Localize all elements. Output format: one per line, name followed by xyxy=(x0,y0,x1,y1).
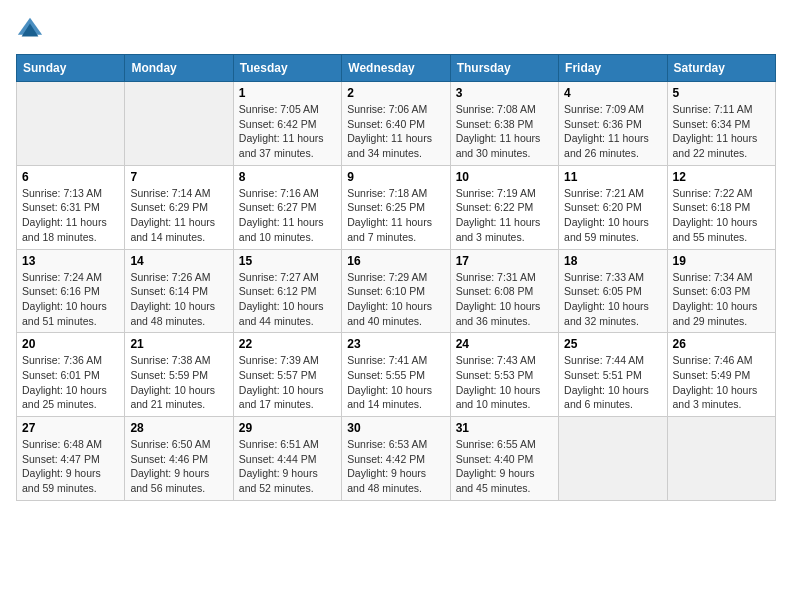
day-number: 15 xyxy=(239,254,336,268)
day-number: 12 xyxy=(673,170,770,184)
day-detail: Sunrise: 7:16 AM Sunset: 6:27 PM Dayligh… xyxy=(239,186,336,245)
day-detail: Sunrise: 7:43 AM Sunset: 5:53 PM Dayligh… xyxy=(456,353,553,412)
calendar-cell: 11Sunrise: 7:21 AM Sunset: 6:20 PM Dayli… xyxy=(559,165,667,249)
day-detail: Sunrise: 7:26 AM Sunset: 6:14 PM Dayligh… xyxy=(130,270,227,329)
calendar-cell: 10Sunrise: 7:19 AM Sunset: 6:22 PM Dayli… xyxy=(450,165,558,249)
day-number: 25 xyxy=(564,337,661,351)
day-number: 11 xyxy=(564,170,661,184)
calendar-cell: 16Sunrise: 7:29 AM Sunset: 6:10 PM Dayli… xyxy=(342,249,450,333)
day-detail: Sunrise: 7:22 AM Sunset: 6:18 PM Dayligh… xyxy=(673,186,770,245)
day-number: 18 xyxy=(564,254,661,268)
day-number: 29 xyxy=(239,421,336,435)
day-detail: Sunrise: 7:29 AM Sunset: 6:10 PM Dayligh… xyxy=(347,270,444,329)
day-number: 3 xyxy=(456,86,553,100)
day-number: 9 xyxy=(347,170,444,184)
day-detail: Sunrise: 7:19 AM Sunset: 6:22 PM Dayligh… xyxy=(456,186,553,245)
day-number: 31 xyxy=(456,421,553,435)
calendar-cell: 28Sunrise: 6:50 AM Sunset: 4:46 PM Dayli… xyxy=(125,417,233,501)
calendar-cell: 15Sunrise: 7:27 AM Sunset: 6:12 PM Dayli… xyxy=(233,249,341,333)
column-header-sunday: Sunday xyxy=(17,55,125,82)
calendar-cell: 14Sunrise: 7:26 AM Sunset: 6:14 PM Dayli… xyxy=(125,249,233,333)
calendar-cell: 7Sunrise: 7:14 AM Sunset: 6:29 PM Daylig… xyxy=(125,165,233,249)
day-number: 14 xyxy=(130,254,227,268)
calendar-cell: 23Sunrise: 7:41 AM Sunset: 5:55 PM Dayli… xyxy=(342,333,450,417)
calendar-week-3: 13Sunrise: 7:24 AM Sunset: 6:16 PM Dayli… xyxy=(17,249,776,333)
day-detail: Sunrise: 7:31 AM Sunset: 6:08 PM Dayligh… xyxy=(456,270,553,329)
day-number: 21 xyxy=(130,337,227,351)
day-detail: Sunrise: 7:36 AM Sunset: 6:01 PM Dayligh… xyxy=(22,353,119,412)
day-number: 24 xyxy=(456,337,553,351)
calendar-cell: 12Sunrise: 7:22 AM Sunset: 6:18 PM Dayli… xyxy=(667,165,775,249)
day-detail: Sunrise: 7:39 AM Sunset: 5:57 PM Dayligh… xyxy=(239,353,336,412)
calendar-week-1: 1Sunrise: 7:05 AM Sunset: 6:42 PM Daylig… xyxy=(17,82,776,166)
calendar-cell: 29Sunrise: 6:51 AM Sunset: 4:44 PM Dayli… xyxy=(233,417,341,501)
day-number: 28 xyxy=(130,421,227,435)
calendar-table: SundayMondayTuesdayWednesdayThursdayFrid… xyxy=(16,54,776,501)
calendar-cell: 24Sunrise: 7:43 AM Sunset: 5:53 PM Dayli… xyxy=(450,333,558,417)
column-header-thursday: Thursday xyxy=(450,55,558,82)
calendar-cell: 13Sunrise: 7:24 AM Sunset: 6:16 PM Dayli… xyxy=(17,249,125,333)
day-detail: Sunrise: 7:21 AM Sunset: 6:20 PM Dayligh… xyxy=(564,186,661,245)
calendar-week-4: 20Sunrise: 7:36 AM Sunset: 6:01 PM Dayli… xyxy=(17,333,776,417)
day-number: 13 xyxy=(22,254,119,268)
header-row: SundayMondayTuesdayWednesdayThursdayFrid… xyxy=(17,55,776,82)
column-header-saturday: Saturday xyxy=(667,55,775,82)
calendar-cell: 22Sunrise: 7:39 AM Sunset: 5:57 PM Dayli… xyxy=(233,333,341,417)
day-detail: Sunrise: 7:08 AM Sunset: 6:38 PM Dayligh… xyxy=(456,102,553,161)
day-number: 30 xyxy=(347,421,444,435)
day-number: 6 xyxy=(22,170,119,184)
day-detail: Sunrise: 7:41 AM Sunset: 5:55 PM Dayligh… xyxy=(347,353,444,412)
day-number: 7 xyxy=(130,170,227,184)
day-number: 19 xyxy=(673,254,770,268)
logo xyxy=(16,16,48,44)
day-detail: Sunrise: 7:13 AM Sunset: 6:31 PM Dayligh… xyxy=(22,186,119,245)
day-detail: Sunrise: 7:11 AM Sunset: 6:34 PM Dayligh… xyxy=(673,102,770,161)
calendar-cell: 30Sunrise: 6:53 AM Sunset: 4:42 PM Dayli… xyxy=(342,417,450,501)
day-detail: Sunrise: 7:24 AM Sunset: 6:16 PM Dayligh… xyxy=(22,270,119,329)
column-header-tuesday: Tuesday xyxy=(233,55,341,82)
logo-icon xyxy=(16,16,44,44)
calendar-body: 1Sunrise: 7:05 AM Sunset: 6:42 PM Daylig… xyxy=(17,82,776,501)
calendar-cell: 2Sunrise: 7:06 AM Sunset: 6:40 PM Daylig… xyxy=(342,82,450,166)
day-number: 8 xyxy=(239,170,336,184)
calendar-cell: 8Sunrise: 7:16 AM Sunset: 6:27 PM Daylig… xyxy=(233,165,341,249)
day-number: 1 xyxy=(239,86,336,100)
calendar-header: SundayMondayTuesdayWednesdayThursdayFrid… xyxy=(17,55,776,82)
column-header-monday: Monday xyxy=(125,55,233,82)
day-detail: Sunrise: 7:34 AM Sunset: 6:03 PM Dayligh… xyxy=(673,270,770,329)
calendar-cell xyxy=(667,417,775,501)
day-number: 2 xyxy=(347,86,444,100)
day-detail: Sunrise: 7:09 AM Sunset: 6:36 PM Dayligh… xyxy=(564,102,661,161)
day-detail: Sunrise: 6:50 AM Sunset: 4:46 PM Dayligh… xyxy=(130,437,227,496)
day-detail: Sunrise: 7:06 AM Sunset: 6:40 PM Dayligh… xyxy=(347,102,444,161)
day-detail: Sunrise: 7:44 AM Sunset: 5:51 PM Dayligh… xyxy=(564,353,661,412)
calendar-cell: 1Sunrise: 7:05 AM Sunset: 6:42 PM Daylig… xyxy=(233,82,341,166)
calendar-week-2: 6Sunrise: 7:13 AM Sunset: 6:31 PM Daylig… xyxy=(17,165,776,249)
page-header xyxy=(16,16,776,44)
calendar-cell: 18Sunrise: 7:33 AM Sunset: 6:05 PM Dayli… xyxy=(559,249,667,333)
calendar-cell: 3Sunrise: 7:08 AM Sunset: 6:38 PM Daylig… xyxy=(450,82,558,166)
day-detail: Sunrise: 6:51 AM Sunset: 4:44 PM Dayligh… xyxy=(239,437,336,496)
calendar-cell: 5Sunrise: 7:11 AM Sunset: 6:34 PM Daylig… xyxy=(667,82,775,166)
day-detail: Sunrise: 7:46 AM Sunset: 5:49 PM Dayligh… xyxy=(673,353,770,412)
day-number: 10 xyxy=(456,170,553,184)
calendar-cell: 25Sunrise: 7:44 AM Sunset: 5:51 PM Dayli… xyxy=(559,333,667,417)
day-detail: Sunrise: 7:38 AM Sunset: 5:59 PM Dayligh… xyxy=(130,353,227,412)
day-number: 20 xyxy=(22,337,119,351)
day-detail: Sunrise: 7:27 AM Sunset: 6:12 PM Dayligh… xyxy=(239,270,336,329)
calendar-cell: 26Sunrise: 7:46 AM Sunset: 5:49 PM Dayli… xyxy=(667,333,775,417)
calendar-cell: 20Sunrise: 7:36 AM Sunset: 6:01 PM Dayli… xyxy=(17,333,125,417)
column-header-friday: Friday xyxy=(559,55,667,82)
calendar-cell xyxy=(17,82,125,166)
day-number: 4 xyxy=(564,86,661,100)
calendar-cell: 6Sunrise: 7:13 AM Sunset: 6:31 PM Daylig… xyxy=(17,165,125,249)
calendar-cell: 17Sunrise: 7:31 AM Sunset: 6:08 PM Dayli… xyxy=(450,249,558,333)
calendar-cell: 19Sunrise: 7:34 AM Sunset: 6:03 PM Dayli… xyxy=(667,249,775,333)
calendar-cell: 21Sunrise: 7:38 AM Sunset: 5:59 PM Dayli… xyxy=(125,333,233,417)
day-detail: Sunrise: 7:33 AM Sunset: 6:05 PM Dayligh… xyxy=(564,270,661,329)
day-detail: Sunrise: 6:55 AM Sunset: 4:40 PM Dayligh… xyxy=(456,437,553,496)
calendar-cell xyxy=(559,417,667,501)
day-detail: Sunrise: 7:05 AM Sunset: 6:42 PM Dayligh… xyxy=(239,102,336,161)
day-number: 16 xyxy=(347,254,444,268)
calendar-week-5: 27Sunrise: 6:48 AM Sunset: 4:47 PM Dayli… xyxy=(17,417,776,501)
